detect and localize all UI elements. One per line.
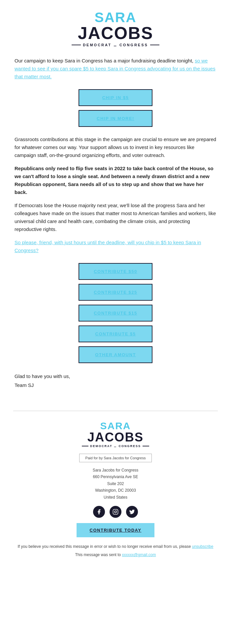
address-line1: Sara Jacobs for Congress	[13, 467, 218, 474]
footer-logo-jacobs: JACOBS	[13, 431, 218, 443]
email-body: Our campaign to keep Sara in Congress ha…	[0, 54, 231, 407]
social-icons	[13, 506, 218, 518]
contribute-25-button[interactable]: CONTRIBUTE $25	[79, 284, 152, 301]
cta-paragraph: So please, friend, with just hours until…	[15, 239, 216, 254]
logo-congress-text: CONGRESS	[119, 43, 148, 47]
footer-address: Sara Jacobs for Congress 660 Pennsylvani…	[13, 467, 218, 501]
email-container: SARA JACOBS DEMOCRAT ⚊ CONGRESS Our camp…	[0, 0, 231, 567]
section-divider	[13, 411, 218, 411]
other-amount-button[interactable]: OTHER AMOUNT	[79, 346, 152, 363]
chip-in-buttons: CHIP IN $5 CHIP IN MORE!	[15, 87, 216, 129]
paid-for-box: Paid for by Sara Jacobs for Congress	[79, 454, 152, 462]
logo-line-right	[150, 45, 159, 45]
contribute-15-button[interactable]: CONTRIBUTE $15	[79, 305, 152, 322]
instagram-icon[interactable]	[110, 506, 121, 518]
logo-jacobs: JACOBS	[13, 24, 218, 42]
logo-separator: ⚊	[114, 43, 117, 47]
closing-line2: Team SJ	[15, 381, 216, 390]
closing-line1: Glad to have you with us,	[15, 372, 216, 381]
intro-text: Our campaign to keep Sara in Congress ha…	[15, 58, 195, 63]
contribute-50-button[interactable]: CONTRIBUTE $50	[79, 263, 152, 280]
contribute-5-button[interactable]: CONTRIBUTE $5	[79, 325, 152, 342]
logo-dem-congress: DEMOCRAT ⚊ CONGRESS	[13, 43, 218, 47]
logo-dem-text: DEMOCRAT	[83, 43, 112, 47]
contribute-today-container: CONTRIBUTE TODAY	[13, 523, 218, 543]
footer-logo-congress-text: CONGRESS	[118, 444, 141, 448]
address-line3: Suite 202	[13, 480, 218, 487]
intro-paragraph: Our campaign to keep Sara in Congress ha…	[15, 57, 216, 81]
unsubscribe-section: If you believe you received this message…	[13, 543, 218, 550]
para3: If Democrats lose the House majority nex…	[15, 202, 216, 233]
footer: SARA JACOBS DEMOCRAT ⚊ CONGRESS Paid for…	[0, 414, 231, 567]
chip-in-more-button[interactable]: CHIP IN MORE!	[79, 110, 152, 127]
svg-point-1	[115, 511, 116, 513]
unsubscribe-link[interactable]: unsubscribe	[192, 544, 214, 549]
twitter-icon[interactable]	[126, 506, 138, 518]
footer-logo-line-left	[82, 446, 88, 446]
footer-logo-separator: ⚊	[114, 445, 117, 448]
paid-for-text: Paid for by Sara Jacobs for Congress	[85, 456, 146, 460]
facebook-icon[interactable]	[93, 506, 105, 518]
sent-text: This message was sent to	[75, 552, 122, 557]
bold-para: Republicans only need to flip five seats…	[15, 165, 216, 196]
footer-logo-dem-text: DEMOCRAT	[90, 444, 112, 448]
unsubscribe-text: If you believe you received this message…	[18, 544, 191, 549]
logo-sara: SARA	[13, 11, 218, 24]
chip-in-5-button[interactable]: CHIP IN $5	[79, 89, 152, 106]
footer-logo-dem-congress: DEMOCRAT ⚊ CONGRESS	[13, 444, 218, 448]
svg-rect-0	[113, 509, 118, 514]
svg-point-2	[116, 510, 117, 511]
closing: Glad to have you with us, Team SJ	[15, 372, 216, 390]
sent-email[interactable]: xxxxxx@gmail.com	[122, 552, 156, 557]
header: SARA JACOBS DEMOCRAT ⚊ CONGRESS	[0, 0, 231, 54]
contribute-today-button[interactable]: CONTRIBUTE TODAY	[77, 523, 155, 537]
logo-line-left	[72, 45, 81, 45]
contribute-buttons: CONTRIBUTE $50 CONTRIBUTE $25 CONTRIBUTE…	[15, 261, 216, 365]
cta-link[interactable]: So please, friend, with just hours until…	[15, 240, 201, 253]
address-line4: Washington, DC 20003	[13, 487, 218, 494]
address-line2: 660 Pennsylvania Ave SE	[13, 474, 218, 480]
paid-for-container: Paid for by Sara Jacobs for Congress	[13, 454, 218, 467]
footer-logo-line-right	[143, 446, 149, 446]
para1: Grassroots contributions at this stage i…	[15, 135, 216, 159]
address-line5: United States	[13, 494, 218, 501]
sent-to-section: This message was sent to xxxxxx@gmail.co…	[13, 552, 218, 557]
footer-logo-sara: SARA	[13, 421, 218, 431]
